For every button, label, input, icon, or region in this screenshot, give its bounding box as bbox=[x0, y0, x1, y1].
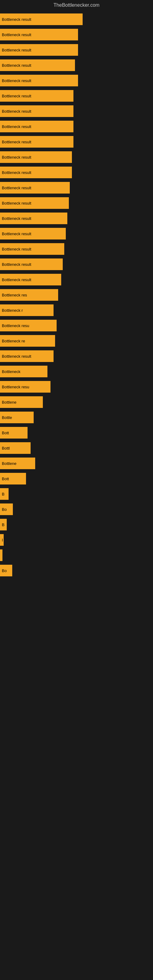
bar-row: Bottl bbox=[0, 442, 153, 454]
bar-row: Bottleneck result bbox=[0, 151, 153, 163]
bar-row: Bottleneck result bbox=[0, 13, 153, 25]
bar-item: Bo bbox=[0, 565, 12, 576]
bar-item: I bbox=[0, 534, 4, 546]
bar-row: Bottleneck result bbox=[0, 182, 153, 194]
bar-label: Bottleneck r bbox=[2, 308, 23, 313]
bar-label: Bottleneck res bbox=[2, 293, 27, 298]
bar-item: Bott bbox=[0, 473, 26, 485]
bar-item: Bottlene bbox=[0, 458, 35, 469]
bar-row bbox=[0, 549, 153, 561]
bar-item: Bottleneck result bbox=[0, 90, 73, 102]
bar-label: Bottlene bbox=[2, 400, 16, 404]
bar-item: Bottlene bbox=[0, 396, 43, 408]
bar-item: Bottleneck result bbox=[0, 258, 63, 270]
bar-label: Bottlene bbox=[2, 461, 16, 466]
bar-row: Bottlene bbox=[0, 458, 153, 469]
bar-item: B bbox=[0, 519, 7, 530]
bar-label: B bbox=[2, 492, 5, 496]
bar-item: Bottleneck r bbox=[0, 304, 54, 316]
bar-label: Bo bbox=[2, 507, 7, 512]
bars-container: Bottleneck resultBottleneck resultBottle… bbox=[0, 10, 153, 583]
bar-label: Bottleneck result bbox=[2, 155, 31, 159]
bar-label: I bbox=[2, 538, 3, 542]
bar-label: Bottleneck result bbox=[2, 78, 31, 83]
bar-item: Bottleneck result bbox=[0, 213, 67, 224]
bar-item: Bottleneck result bbox=[0, 105, 73, 117]
bar-row: Bottleneck result bbox=[0, 29, 153, 40]
bar-item: Bottleneck result bbox=[0, 44, 78, 56]
bar-row: B bbox=[0, 488, 153, 500]
bar-label: Bottleneck result bbox=[2, 63, 31, 68]
bar-label: Bottleneck result bbox=[2, 262, 31, 267]
bar-row: Bottleneck result bbox=[0, 44, 153, 56]
bar-label: Bottleneck result bbox=[2, 277, 31, 282]
bar-label: Bott bbox=[2, 431, 9, 435]
bar-row: Bottleneck result bbox=[0, 90, 153, 102]
bar-item: Bottleneck result bbox=[0, 243, 64, 255]
bar-label: Bottleneck result bbox=[2, 140, 31, 144]
bar-label: Bottleneck result bbox=[2, 48, 31, 52]
bar-row: Bottleneck result bbox=[0, 213, 153, 224]
bar-item: Bottle bbox=[0, 412, 33, 423]
bar-row: Bott bbox=[0, 473, 153, 485]
bar-row: Bottleneck result bbox=[0, 167, 153, 178]
bar-item: Bottleneck resu bbox=[0, 320, 57, 331]
bar-label: Bottleneck result bbox=[2, 17, 31, 22]
bar-row: Bottleneck result bbox=[0, 258, 153, 270]
bar-label: B bbox=[2, 522, 5, 527]
site-title: TheBottlenecker.com bbox=[0, 0, 153, 10]
bar-label: Bottleneck result bbox=[2, 247, 31, 251]
bar-item: Bo bbox=[0, 503, 13, 515]
bar-row: Bottleneck re bbox=[0, 335, 153, 347]
bar-item bbox=[0, 549, 2, 561]
bar-item: Bottleneck result bbox=[0, 136, 73, 148]
bar-item: Bottleneck result bbox=[0, 75, 78, 86]
bar-item: Bottleneck result bbox=[0, 197, 69, 209]
bar-row: Bottleneck r bbox=[0, 304, 153, 316]
bar-label: Bottleneck result bbox=[2, 124, 31, 129]
bar-label: Bottleneck result bbox=[2, 201, 31, 205]
bar-item: Bott bbox=[0, 427, 27, 439]
bar-row: I bbox=[0, 534, 153, 546]
bar-label: Bottleneck result bbox=[2, 232, 31, 236]
bar-label: Bottleneck re bbox=[2, 339, 25, 343]
bar-label: Bottl bbox=[2, 446, 10, 450]
bar-item: Bottleneck result bbox=[0, 182, 70, 194]
bar-row: B bbox=[0, 519, 153, 530]
bar-row: Bo bbox=[0, 503, 153, 515]
bar-item: Bottleneck re bbox=[0, 335, 55, 347]
bar-label: Bo bbox=[2, 568, 7, 573]
bar-item: Bottleneck result bbox=[0, 350, 54, 362]
bar-item: Bottleneck bbox=[0, 366, 48, 377]
bar-item: Bottleneck result bbox=[0, 121, 73, 132]
bar-row: Bottleneck resu bbox=[0, 381, 153, 393]
bar-item: Bottleneck result bbox=[0, 59, 75, 71]
bar-label: Bottleneck result bbox=[2, 354, 31, 359]
bar-item: Bottleneck res bbox=[0, 289, 58, 301]
bar-row: Bottleneck result bbox=[0, 228, 153, 240]
bar-label: Bottle bbox=[2, 415, 12, 420]
bar-row: Bottleneck result bbox=[0, 105, 153, 117]
bar-row: Bottle bbox=[0, 412, 153, 423]
bar-item: Bottl bbox=[0, 442, 30, 454]
bar-row: Bottleneck result bbox=[0, 136, 153, 148]
bar-item: Bottleneck result bbox=[0, 167, 72, 178]
bar-label: Bottleneck result bbox=[2, 94, 31, 98]
bar-row: Bottleneck result bbox=[0, 121, 153, 132]
bar-label: Bott bbox=[2, 477, 9, 481]
bar-row: Bottleneck bbox=[0, 366, 153, 377]
bar-row: Bottleneck result bbox=[0, 59, 153, 71]
bar-label: Bottleneck result bbox=[2, 170, 31, 175]
bar-row: Bottlene bbox=[0, 396, 153, 408]
bar-row: Bottleneck result bbox=[0, 243, 153, 255]
bar-item: Bottleneck result bbox=[0, 13, 83, 25]
bar-item: Bottleneck result bbox=[0, 228, 66, 240]
bar-label: Bottleneck result bbox=[2, 186, 31, 190]
bar-row: Bottleneck result bbox=[0, 350, 153, 362]
bar-label: Bottleneck result bbox=[2, 216, 31, 221]
bar-row: Bo bbox=[0, 565, 153, 576]
bar-row: Bottleneck res bbox=[0, 289, 153, 301]
bar-item: Bottleneck result bbox=[0, 29, 78, 40]
bar-label: Bottleneck resu bbox=[2, 385, 29, 389]
bar-item: Bottleneck result bbox=[0, 274, 61, 285]
